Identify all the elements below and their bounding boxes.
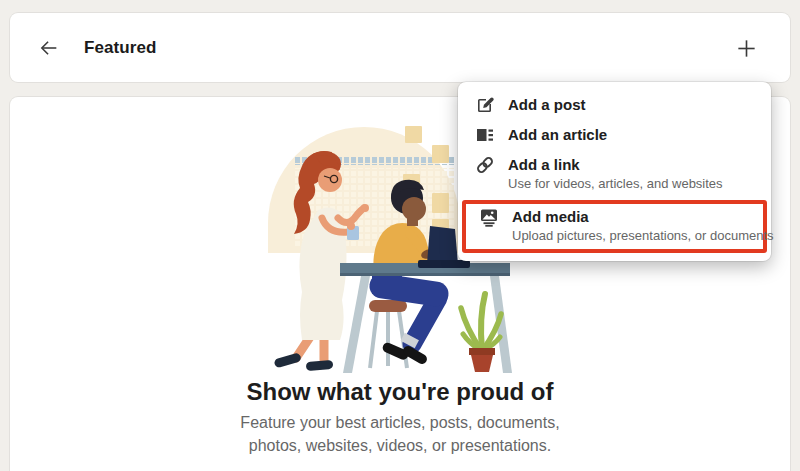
add-featured-button[interactable] bbox=[730, 32, 762, 64]
menu-item-label: Add a link bbox=[508, 155, 723, 174]
empty-state-heading: Show what you're proud of bbox=[10, 378, 790, 406]
page-title: Featured bbox=[84, 38, 157, 58]
menu-item-label: Add media bbox=[512, 207, 774, 226]
add-media-highlight-box: Add media Upload pictures, presentations… bbox=[462, 200, 767, 253]
menu-item-description: Upload pictures, presentations, or docum… bbox=[512, 227, 774, 244]
featured-header: Featured bbox=[10, 13, 790, 82]
arrow-left-icon bbox=[38, 37, 60, 59]
menu-item-add-post[interactable]: Add a post bbox=[458, 90, 771, 120]
menu-item-add-link[interactable]: Add a link Use for videos, articles, and… bbox=[458, 150, 771, 197]
add-featured-menu: Add a post Add an article Add a link Use bbox=[458, 82, 771, 261]
menu-item-add-article[interactable]: Add an article bbox=[458, 120, 771, 150]
plus-icon bbox=[735, 37, 758, 60]
menu-item-label: Add an article bbox=[508, 125, 607, 144]
menu-item-label: Add a post bbox=[508, 95, 586, 114]
link-icon bbox=[475, 155, 495, 175]
media-image-icon bbox=[479, 207, 499, 227]
menu-item-description: Use for videos, articles, and websites bbox=[508, 175, 723, 192]
compose-post-icon bbox=[475, 95, 495, 115]
article-icon bbox=[475, 125, 495, 145]
empty-state-description: Feature your best articles, posts, docum… bbox=[224, 411, 576, 457]
back-button[interactable] bbox=[33, 32, 65, 64]
menu-item-add-media[interactable]: Add media Upload pictures, presentations… bbox=[466, 204, 763, 249]
